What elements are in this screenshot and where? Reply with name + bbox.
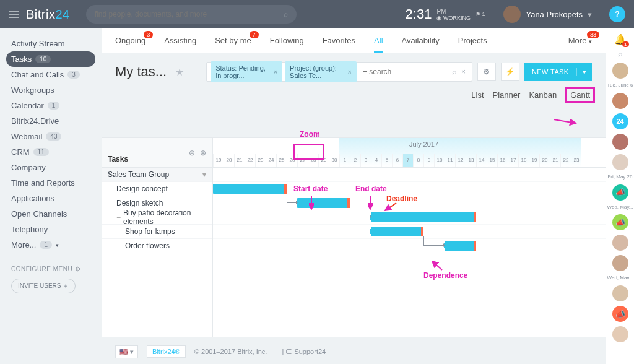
sidebar-item[interactable]: Calendar1 [6, 98, 95, 113]
sidebar-item[interactable]: Activity Stream [6, 36, 95, 51]
settings-button[interactable]: ⚙ [477, 63, 496, 81]
search-icon[interactable]: ⌕ [284, 10, 288, 19]
rail-avatar[interactable] [612, 235, 628, 251]
filter-row: My tas... ★ Status: Pending, In progr...… [102, 53, 606, 90]
tab-all[interactable]: All [374, 36, 383, 45]
sidebar-item[interactable]: Workgroups [6, 82, 95, 98]
rail-avatar[interactable] [612, 154, 628, 170]
filter-search-input[interactable] [359, 67, 449, 76]
sidebar-item[interactable]: Open Channels [6, 206, 95, 222]
annotation-box-zoom [293, 144, 324, 160]
sidebar-item[interactable]: CRM11 [6, 144, 95, 160]
gantt-bar[interactable] [371, 227, 423, 236]
sidebar: Activity StreamTasks10Chat and Calls3Wor… [0, 28, 102, 364]
sidebar-item[interactable]: Telephony [6, 222, 95, 237]
rail-avatar[interactable] [612, 63, 628, 79]
view-kanban[interactable]: Kanban [529, 90, 557, 100]
menu-icon[interactable] [9, 9, 19, 20]
filter-chip-status[interactable]: Status: Pending, In progr...× [211, 61, 282, 82]
tab-favorites[interactable]: Favorites [323, 36, 355, 45]
clear-filters-icon[interactable]: × [459, 67, 468, 76]
top-header: Bitrix24 ⌕ 2:31 PM ◉ WORKING ⚑ 1 Yana Pr… [0, 0, 634, 28]
gantt-task-row[interactable]: Shop for lamps [102, 225, 212, 239]
sidebar-item[interactable]: More...1 ▾ [6, 237, 95, 253]
sidebar-item[interactable]: Applications [6, 191, 95, 206]
gantt-chart: Tasks July 2017 192021222324252627282930… [102, 137, 606, 337]
rail-search-icon[interactable]: ⌕ [618, 50, 622, 58]
footer: 🇺🇸 ▾ Bitrix24® © 2001–2017 Bitrix, Inc. … [102, 339, 606, 364]
app-logo[interactable]: Bitrix24 [26, 7, 70, 22]
rail-announce-icon[interactable]: 📣 [612, 214, 628, 230]
rail-avatar[interactable] [612, 285, 628, 301]
svg-line-0 [554, 119, 576, 123]
main-area: Ongoing3AssistingSet by me7FollowingFavo… [102, 28, 606, 364]
sidebar-item[interactable]: Time and Reports [6, 175, 95, 191]
language-selector[interactable]: 🇺🇸 ▾ [115, 345, 138, 358]
tab-availability[interactable]: Availability [402, 36, 440, 45]
gantt-task-row[interactable]: −Buy patio decoration elements [102, 210, 212, 225]
gantt-timeline-header: July 2017 192021222324252627282930123456… [213, 138, 606, 167]
sidebar-item[interactable]: Bitrix24.Drive [6, 113, 95, 129]
tab-set-by-me[interactable]: Set by me7 [215, 36, 251, 45]
gantt-bar[interactable] [213, 184, 287, 194]
gantt-task-row[interactable]: Order flowers [102, 239, 212, 253]
rail-announce-icon[interactable]: 📣 [612, 184, 628, 201]
filter-bar[interactable]: Status: Pending, In progr...× Project (g… [206, 62, 472, 82]
sidebar-item[interactable]: Tasks10 [6, 51, 95, 67]
right-rail: 🔔1 ⌕ Tue, June 6 24 Fri, May 26 📣 Wed, M… [606, 28, 634, 364]
user-menu[interactable]: Yana Prokopets ▾ [503, 6, 592, 23]
zoom-out-icon[interactable]: ⊖ [189, 149, 195, 157]
bolt-button[interactable]: ⚡ [501, 63, 519, 81]
bitrix24-link[interactable]: Bitrix24® [147, 345, 186, 358]
gantt-task-row[interactable]: Design concept [102, 182, 212, 196]
rail-bitrix24-icon[interactable]: 24 [612, 113, 628, 129]
sidebar-item[interactable]: Chat and Calls3 [6, 67, 95, 82]
tab-more[interactable]: More ▾33 [568, 36, 592, 45]
zoom-in-icon[interactable]: ⊕ [200, 149, 206, 157]
filter-chip-project[interactable]: Project (group): Sales Te...× [285, 61, 357, 82]
gantt-bar[interactable] [297, 198, 350, 208]
view-list[interactable]: List [471, 90, 484, 100]
avatar [503, 6, 521, 23]
search-icon[interactable]: ⌕ [452, 67, 456, 76]
user-name: Yana Prokopets [526, 10, 583, 19]
global-search[interactable]: ⌕ [86, 5, 297, 24]
remove-chip-icon[interactable]: × [274, 68, 277, 76]
notifications-icon[interactable]: 🔔1 [614, 33, 627, 45]
gantt-bars-area[interactable] [213, 168, 606, 337]
sidebar-item[interactable]: Company [6, 160, 95, 175]
chevron-down-icon: ▾ [588, 10, 592, 19]
remove-chip-icon[interactable]: × [348, 68, 352, 76]
tab-projects[interactable]: Projects [458, 36, 487, 45]
clock-widget[interactable]: 2:31 PM ◉ WORKING ⚑ 1 [406, 6, 485, 22]
rail-avatar[interactable] [612, 134, 628, 150]
gantt-bar[interactable] [371, 212, 476, 222]
annotation-arrow [554, 113, 578, 126]
view-planner[interactable]: Planner [493, 90, 521, 100]
new-task-dropdown[interactable]: ▾ [576, 68, 592, 76]
rail-announce-icon[interactable]: 📣 [612, 306, 628, 322]
help-button[interactable]: ? [609, 6, 625, 22]
page-title: My tas... [115, 64, 167, 80]
rail-avatar[interactable] [612, 93, 628, 109]
view-switcher: List Planner Kanban Gantt [102, 90, 606, 106]
gantt-bar[interactable] [445, 241, 476, 251]
tab-assisting[interactable]: Assisting [164, 36, 196, 45]
view-gantt[interactable]: Gantt [565, 87, 595, 103]
rail-avatar[interactable] [612, 326, 628, 342]
new-task-button[interactable]: NEW TASK ▾ [524, 63, 592, 81]
copyright: © 2001–2017 Bitrix, Inc. [194, 348, 267, 355]
task-tabs: Ongoing3AssistingSet by me7FollowingFavo… [102, 28, 606, 53]
support-link[interactable]: Support24 [294, 348, 326, 355]
time-value: 2:31 [406, 6, 432, 22]
tab-ongoing[interactable]: Ongoing3 [115, 36, 145, 45]
favorite-star-icon[interactable]: ★ [175, 66, 184, 78]
tab-following[interactable]: Following [270, 36, 304, 45]
gantt-group-row[interactable]: Sales Team Group▾ [102, 168, 212, 182]
search-input[interactable] [95, 10, 284, 19]
configure-menu[interactable]: CONFIGURE MENU ⚙ [6, 263, 95, 275]
gantt-zoom-controls[interactable]: ⊖ ⊕ [182, 145, 213, 160]
invite-users-button[interactable]: INVITE USERS ＋ [11, 279, 76, 293]
sidebar-item[interactable]: Webmail43 [6, 129, 95, 144]
rail-avatar[interactable] [612, 255, 628, 271]
